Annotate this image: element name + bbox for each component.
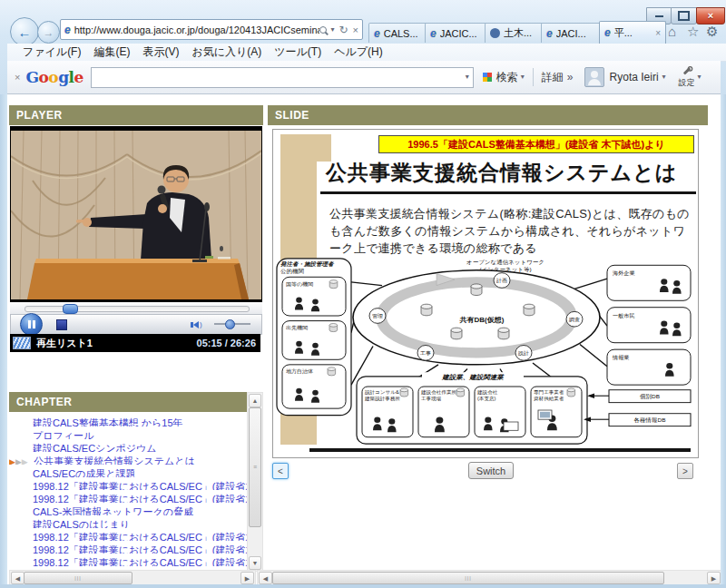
menu-file[interactable]: ファイル(F) <box>16 44 87 60</box>
scroll-left-button[interactable]: ◀ <box>11 572 25 584</box>
podium <box>27 263 249 299</box>
tab-jaci[interactable]: e JACI... <box>541 23 604 43</box>
seek-track[interactable] <box>25 306 250 312</box>
input-dropdown-icon[interactable]: ▾ <box>466 74 469 81</box>
chapter-link[interactable]: 建設CALS/ECシンポジウム <box>33 443 157 452</box>
maximize-button[interactable] <box>671 7 697 24</box>
pause-button[interactable] <box>20 313 43 336</box>
owner-item: 出先機関 <box>286 325 308 331</box>
user-caret-icon[interactable]: ▾ <box>662 74 666 81</box>
search-icon[interactable] <box>319 26 327 34</box>
window-frame-bottom <box>0 584 726 588</box>
settings-label: 設定 <box>679 77 695 89</box>
menu-favorites[interactable]: お気に入り(A) <box>185 44 268 60</box>
menu-bar: ファイル(F) 編集(E) 表示(V) お気に入り(A) ツール(T) ヘルプ(… <box>7 44 726 62</box>
playlist-icon <box>13 337 31 349</box>
chapter-header: CHAPTER <box>9 392 254 412</box>
industry-item: (本支店) <box>477 396 496 402</box>
scroll-thumb[interactable]: ≡ <box>249 407 261 527</box>
chapter-link[interactable]: 1998.12「建設事業におけるCALS/EC」(建設省木下誠也) <box>33 557 247 566</box>
tab-doboku[interactable]: 土木... <box>485 23 546 43</box>
scroll-thumb[interactable]: ||| <box>272 572 664 584</box>
menu-help[interactable]: ヘルプ(H) <box>328 44 389 60</box>
tab-label: CALS... <box>384 28 418 39</box>
tab-cals[interactable]: e CALS... <box>368 23 430 43</box>
chapter-link[interactable]: 建設CALS整備基本構想 から15年 <box>33 417 183 426</box>
cycle-node: 管理 <box>372 313 383 320</box>
tab-close-icon[interactable]: × <box>655 28 661 38</box>
back-button[interactable]: ← <box>10 17 39 46</box>
user-avatar <box>584 67 604 87</box>
slide-viewport: 1996.5「建設CALS整備基本構想」(建設省 木下誠也)より 公共事業支援統… <box>272 129 699 458</box>
google-logo: Google <box>25 68 83 86</box>
tools-gear-icon[interactable]: ⚙ <box>706 24 718 38</box>
stop-icon[interactable]: × <box>353 24 358 35</box>
settings-button[interactable]: 設定 <box>679 66 695 89</box>
toolbar-close-icon[interactable]: × <box>15 72 20 83</box>
stop-button[interactable] <box>56 319 67 330</box>
hub-label: 共有DB(仮想) <box>459 317 505 325</box>
chapter-link[interactable]: プロフィール <box>33 430 93 439</box>
slide-bottom-rule <box>309 448 691 452</box>
scroll-right-button[interactable]: ▶ <box>240 572 254 584</box>
scroll-left-button[interactable]: ◀ <box>259 572 272 584</box>
menu-edit[interactable]: 編集(E) <box>87 44 136 60</box>
url-text[interactable]: http://www.douga.jacic.or.jp/douga/12041… <box>74 24 320 35</box>
address-bar[interactable]: e http://www.douga.jacic.or.jp/douga/120… <box>60 19 363 40</box>
ie-favicon: e <box>374 28 380 39</box>
tab-active[interactable]: e 平... × <box>599 21 666 44</box>
volume-thumb[interactable] <box>225 319 235 329</box>
window-frame-left <box>0 94 7 588</box>
chapter-link[interactable]: 1998.12「建設事業におけるCALS/EC」(建設省木下誠也) <box>33 494 247 503</box>
scroll-down-button[interactable]: ▼ <box>249 556 261 570</box>
more-chevron[interactable]: » <box>567 71 574 83</box>
logo-letter: g <box>58 68 68 86</box>
cycle-node: 調査 <box>569 316 580 322</box>
search-caret-icon[interactable]: ▾ <box>521 74 525 81</box>
favorites-star-icon[interactable]: ☆ <box>687 24 699 38</box>
scroll-up-button[interactable]: ▲ <box>249 394 261 407</box>
google-search-input[interactable]: ▾ <box>91 67 474 88</box>
menu-tools[interactable]: ツール(T) <box>268 44 328 60</box>
forward-button[interactable]: → <box>37 21 60 44</box>
logo-letter: o <box>48 68 58 86</box>
tab-jacic[interactable]: e JACIC... <box>425 23 490 43</box>
slide-header: SLIDE <box>268 105 708 125</box>
details-button[interactable]: 詳細 <box>542 70 564 85</box>
home-icon[interactable]: ⌂ <box>668 24 676 38</box>
chapter-link[interactable]: 1998.12「建設事業におけるCALS/EC」(建設省木下誠也) <box>33 481 247 490</box>
chapter-vscrollbar[interactable]: ▲ ≡ ▼ <box>247 392 263 572</box>
minimize-icon <box>655 15 663 17</box>
search-dropdown-icon[interactable]: ▾ <box>330 26 334 34</box>
db-item: 各種情報DB <box>633 416 665 424</box>
tab-label: JACI... <box>556 28 586 39</box>
public-item: 一般市民 <box>613 312 635 319</box>
slide-prev-button[interactable]: < <box>272 463 289 479</box>
google-toolbar: × Google ▾ 検索 ▾ 詳細 » Ryota Ieiri ▾ 設定 ▾ <box>7 61 721 94</box>
close-button[interactable]: × <box>696 7 725 24</box>
refresh-icon[interactable]: ↻ <box>339 24 348 36</box>
chapter-link[interactable]: 建設CALSのはじまり <box>33 519 130 528</box>
search-button[interactable]: 検索 <box>496 70 518 85</box>
seek-thumb[interactable] <box>63 304 78 314</box>
chapter-link[interactable]: CALS/ECの成果と課題 <box>33 468 136 477</box>
volume-icon[interactable]: ) <box>191 320 202 328</box>
chapter-link[interactable]: 1998.12「建設事業におけるCALS/EC」(建設省木下誠也) <box>33 532 247 541</box>
chapter-link[interactable]: 1998.12「建設事業におけるCALS/EC」(建設省木下誠也) <box>33 544 247 554</box>
user-name[interactable]: Ryota Ieiri <box>610 71 659 83</box>
slide-heading: 公共事業支援統合情報システムとは <box>320 159 696 194</box>
scroll-right-button[interactable]: ▶ <box>707 572 721 584</box>
chapter-current-row: ▶▶▶ 公共事業支援統合情報システムとは <box>9 452 247 465</box>
logo-letter: e <box>74 68 83 86</box>
chapter-link-current[interactable]: 公共事業支援統合情報システムとは <box>34 456 195 465</box>
chapter-link[interactable]: CALS-米国情報ネットワークの脅威 <box>33 506 193 515</box>
back-arrow-icon: ← <box>18 24 32 40</box>
close-icon: × <box>708 11 713 21</box>
slide-switch-button[interactable]: Switch <box>468 462 514 479</box>
scroll-thumb[interactable]: ||| <box>24 572 132 584</box>
video-player[interactable] <box>10 126 262 302</box>
slide-next-button[interactable]: > <box>677 463 693 479</box>
menu-view[interactable]: 表示(V) <box>136 44 185 60</box>
settings-caret-icon[interactable]: ▾ <box>698 74 701 81</box>
cycle-node: 設計 <box>518 349 529 357</box>
